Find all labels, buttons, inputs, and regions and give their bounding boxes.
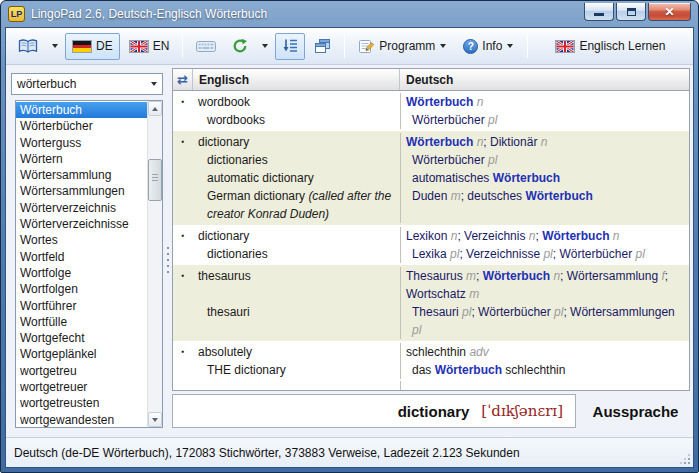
result-row[interactable]: dictionariesWörterbücher pl xyxy=(173,151,689,169)
result-row[interactable]: ▪absolutelyschlechthin adv xyxy=(173,343,689,361)
list-item[interactable]: wortgetreuer xyxy=(16,379,147,395)
pane-splitter[interactable] xyxy=(165,237,170,283)
list-item[interactable]: Wörterverzeichnis xyxy=(16,200,147,216)
search-input[interactable] xyxy=(12,77,146,91)
minimize-button[interactable] xyxy=(584,3,614,21)
entry-bullet-icon: ▪ xyxy=(173,343,193,361)
source-language-button[interactable]: DE xyxy=(65,33,120,60)
column-header-english[interactable]: Englisch xyxy=(193,69,400,90)
list-item[interactable]: wortgewandesten xyxy=(16,412,147,427)
edit-icon xyxy=(358,38,375,54)
german-text: das Wörterbuch schlechthin xyxy=(400,361,689,379)
chevron-down-icon xyxy=(262,44,268,48)
info-button[interactable]: ? Info xyxy=(456,33,521,60)
chevron-down-icon xyxy=(52,44,58,48)
list-item[interactable]: wortgetreu xyxy=(16,363,147,379)
result-row[interactable]: dictionariesLexika pl; Verzeichnisse pl;… xyxy=(173,245,689,263)
list-item[interactable]: Wörterverzeichnisse xyxy=(16,216,147,232)
result-row[interactable]: ▪wordbookWörterbuch n xyxy=(173,93,689,111)
english-text: thesauri xyxy=(193,303,400,339)
result-row[interactable]: thesauriThesauri pl; Wörterbücher pl; Wö… xyxy=(173,303,689,339)
keyboard-icon xyxy=(196,39,216,53)
german-text: Thesaurus m; Wörterbuch n; Wörtersammlun… xyxy=(400,267,689,303)
english-text: wordbook xyxy=(193,93,400,111)
window-body: DE EN xyxy=(5,27,694,468)
resize-grip[interactable] xyxy=(679,453,691,465)
swap-columns-icon[interactable]: ⇄ xyxy=(173,69,193,90)
close-icon: ✕ xyxy=(664,4,674,20)
result-group: ▪dictionaryLexikon n; Verzeichnis n; Wör… xyxy=(173,225,689,265)
pronunciation-word: dictionary xyxy=(398,403,470,420)
target-language-button[interactable]: EN xyxy=(122,33,177,60)
keyboard-button[interactable] xyxy=(189,33,223,60)
german-text: Lexika pl; Verzeichnisse pl; Wörterbüche… xyxy=(400,245,689,263)
entry-bullet-empty xyxy=(173,303,193,339)
result-row[interactable]: THE dictionarydas Wörterbuch schlechthin xyxy=(173,361,689,379)
scrollbar-down-button[interactable] xyxy=(148,412,162,427)
result-row[interactable]: ▪dictionaryLexikon n; Verzeichnis n; Wör… xyxy=(173,227,689,245)
scrollbar-up-button[interactable] xyxy=(148,101,162,116)
english-text: wordbooks xyxy=(193,111,400,129)
table-header: ⇄ Englisch Deutsch xyxy=(173,69,689,91)
list-scrollbar[interactable] xyxy=(147,101,162,427)
programm-button[interactable]: Programm xyxy=(351,33,454,60)
list-item[interactable]: Wörterbuch xyxy=(16,102,147,118)
dictionary-dropdown-button[interactable] xyxy=(47,33,63,60)
result-row[interactable]: German dictionary (called after the crea… xyxy=(173,187,689,223)
list-item[interactable]: wortgetreusten xyxy=(16,395,147,411)
list-item[interactable]: Wörtersammlung xyxy=(16,167,147,183)
refresh-button[interactable] xyxy=(225,33,255,60)
english-text: German dictionary (called after the crea… xyxy=(193,187,400,223)
list-item[interactable]: Wörterbücher xyxy=(16,118,147,134)
cascade-windows-button[interactable] xyxy=(307,33,338,60)
word-list: WörterbuchWörterbücherWortergussWörternW… xyxy=(16,101,147,427)
aussprache-button[interactable]: Aussprache xyxy=(584,394,687,428)
german-text: Wörterbuch n; Diktionär n xyxy=(400,133,689,151)
list-item[interactable]: Wortfülle xyxy=(16,314,147,330)
entry-bullet-icon: ▪ xyxy=(173,227,193,245)
englisch-lernen-label: Englisch Lernen xyxy=(579,39,665,53)
app-icon: LP xyxy=(8,6,25,22)
pronunciation-ipa: [ˈdɪkʃənɛrɪ] xyxy=(481,402,563,420)
maximize-icon xyxy=(627,8,636,16)
main-content: WörterbuchWörterbücherWortergussWörternW… xyxy=(6,65,693,437)
german-text: automatisches Wörterbuch xyxy=(400,169,689,187)
list-item[interactable]: Wörtern xyxy=(16,151,147,167)
uk-flag-icon xyxy=(129,40,149,53)
entry-bullet-icon: ▪ xyxy=(173,267,193,303)
list-item[interactable]: Wortgefecht xyxy=(16,330,147,346)
dictionary-select-button[interactable] xyxy=(11,33,45,60)
toolbar-separator xyxy=(182,34,183,58)
list-item[interactable]: Wortes xyxy=(16,232,147,248)
result-row[interactable]: ▪dictionaryWörterbuch n; Diktionär n xyxy=(173,133,689,151)
english-text: dictionaries xyxy=(193,245,400,263)
entry-bullet-icon: ▪ xyxy=(173,133,193,151)
maximize-button[interactable] xyxy=(616,3,646,21)
list-item[interactable]: Wortfolge xyxy=(16,265,147,281)
entry-bullet-empty xyxy=(173,111,193,129)
list-item[interactable]: Wortfolgen xyxy=(16,281,147,297)
chevron-down-icon xyxy=(440,44,446,48)
titlebar[interactable]: LP LingoPad 2.6, Deutsch-Englisch Wörter… xyxy=(1,1,698,27)
result-row[interactable]: automatic dictionaryautomatisches Wörter… xyxy=(173,169,689,187)
english-text: absolutely xyxy=(193,343,400,361)
list-item[interactable]: Wortfeld xyxy=(16,249,147,265)
result-row[interactable]: wordbooksWörterbücher pl xyxy=(173,111,689,129)
close-button[interactable]: ✕ xyxy=(648,3,691,21)
refresh-dropdown-button[interactable] xyxy=(257,33,273,60)
status-text: Deutsch (de-DE Wörterbuch), 172083 Stich… xyxy=(14,446,520,460)
window-controls: ✕ xyxy=(584,3,691,21)
english-text: dictionaries xyxy=(193,151,400,169)
list-item[interactable]: Wortführer xyxy=(16,298,147,314)
scrollbar-thumb[interactable] xyxy=(148,159,162,201)
window-title: LingoPad 2.6, Deutsch-Englisch Wörterbuc… xyxy=(31,7,578,21)
englisch-lernen-button[interactable]: Englisch Lernen xyxy=(548,33,672,60)
list-item[interactable]: Worterguss xyxy=(16,135,147,151)
column-header-german[interactable]: Deutsch xyxy=(400,69,689,90)
list-item[interactable]: Wörtersammlungen xyxy=(16,183,147,199)
source-language-label: DE xyxy=(96,39,113,53)
list-item[interactable]: Wortgeplänkel xyxy=(16,346,147,362)
search-dropdown-button[interactable] xyxy=(146,74,162,94)
autoscroll-button[interactable] xyxy=(275,33,305,60)
result-row[interactable]: ▪thesaurusThesaurus m; Wörterbuch n; Wör… xyxy=(173,267,689,303)
